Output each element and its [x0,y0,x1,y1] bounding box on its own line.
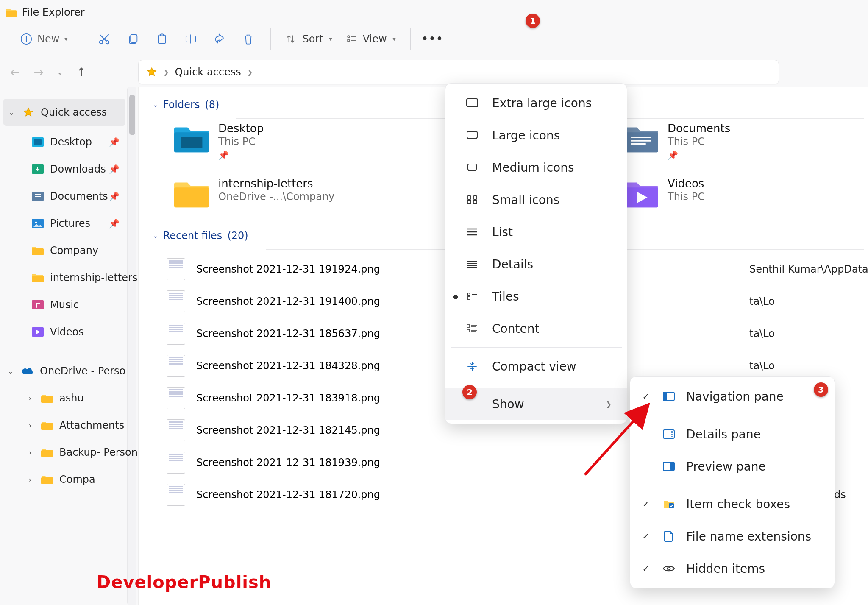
chevron-right-icon: ❯ [247,68,253,76]
menu-item-extra-large-icons[interactable]: Extra large icons [445,87,627,119]
chevron-right-icon[interactable]: › [25,476,35,484]
menu-item-list[interactable]: List [445,216,627,248]
new-button-label: New [37,33,59,45]
sidebar-item-internship-letters[interactable]: internship-letters [0,264,138,291]
tile-documents[interactable]: Documents This PC 📌 [623,122,810,160]
menu-item-details-pane[interactable]: Details pane [630,418,835,450]
sort-button[interactable]: Sort ▾ [279,29,338,49]
forward-button[interactable]: → [33,65,43,79]
view-medium-icon [465,164,479,171]
plus-circle-icon [20,33,32,45]
downloads-folder-icon [31,164,44,175]
tile-desktop[interactable]: Desktop This PC 📌 [174,122,361,160]
delete-button[interactable] [235,27,262,51]
sort-label: Sort [302,33,323,45]
sidebar-item-onedrive[interactable]: ⌄ OneDrive - Perso [0,357,138,385]
more-icon: ••• [422,33,444,45]
sidebar-item-pictures[interactable]: Pictures📌 [0,210,138,237]
chevron-right-icon[interactable]: › [25,394,35,402]
menu-item-medium-icons[interactable]: Medium icons [445,151,627,184]
new-button[interactable]: New ▾ [14,29,73,49]
more-button[interactable]: ••• [419,33,446,45]
folder-icon [41,393,53,404]
svg-point-39 [467,293,470,296]
menu-item-item-check-boxes[interactable]: ✓Item check boxes [630,488,835,520]
chevron-right-icon[interactable]: › [25,449,35,457]
menu-separator [635,485,829,485]
sidebar-item-compa[interactable]: ›Compa [0,466,138,493]
star-icon [22,107,35,118]
rename-icon [184,33,197,45]
sidebar-item-music[interactable]: Music [0,291,138,318]
svg-rect-37 [467,200,471,204]
menu-item-compact-view[interactable]: Compact view [445,350,627,382]
svg-point-15 [35,222,37,224]
group-count: (8) [205,99,219,111]
svg-rect-34 [468,170,476,171]
file-thumbnail-icon [167,419,185,441]
watermark-text: DeveloperPublish [97,572,271,592]
file-thumbnail-icon [167,323,185,345]
documents-folder-icon [31,191,44,202]
videos-folder-icon [623,177,658,209]
sidebar-item-videos[interactable]: Videos [0,318,138,346]
navigation-sidebar: ⌄ Quick access Desktop📌 Downloads📌 Docum… [0,87,138,605]
pin-icon: 📌 [109,137,120,147]
sidebar-item-attachments[interactable]: ›Attachments [0,412,138,439]
menu-label: Large icons [492,128,560,142]
chevron-down-icon: ▾ [393,36,396,42]
menu-item-tiles[interactable]: ●Tiles [445,280,627,312]
documents-folder-icon [623,122,658,153]
pin-icon: 📌 [109,164,120,174]
separator [410,28,411,50]
address-bar[interactable]: ❯ Quick access ❯ [138,60,779,84]
history-dropdown[interactable]: ⌄ [57,68,63,76]
sidebar-item-company[interactable]: Company [0,237,138,264]
sidebar-item-downloads[interactable]: Downloads📌 [0,156,138,183]
scissors-icon [98,33,111,45]
menu-item-file-name-extensions[interactable]: ✓File name extensions [630,520,835,552]
menu-label: Tiles [492,290,519,304]
sidebar-item-label: Compa [59,474,95,485]
svg-rect-33 [468,164,476,170]
command-bar: New ▾ Sort ▾ View ▾ ••• [0,21,868,57]
up-button[interactable]: ↑ [76,65,86,79]
tile-videos[interactable]: Videos This PC [623,177,810,209]
cut-button[interactable] [91,27,118,51]
menu-item-content[interactable]: Content [445,312,627,345]
back-button[interactable]: ← [10,65,20,79]
menu-item-hidden-items[interactable]: ✓Hidden items [630,552,835,585]
menu-item-large-icons[interactable]: Large icons [445,119,627,151]
svg-rect-42 [467,329,470,332]
menu-item-small-icons[interactable]: Small icons [445,184,627,216]
sidebar-item-quick-access[interactable]: ⌄ Quick access [3,99,125,126]
copy-button[interactable] [120,27,147,51]
breadcrumb-quick-access[interactable]: Quick access [175,66,241,78]
sidebar-item-ashu[interactable]: ›ashu [0,385,138,412]
file-thumbnail-icon [167,355,185,377]
share-button[interactable] [206,27,233,51]
menu-label: Medium icons [492,161,574,175]
menu-item-details[interactable]: Details [445,248,627,280]
sidebar-item-documents[interactable]: Documents📌 [0,183,138,210]
folder-icon [41,420,53,431]
copy-icon [127,33,139,45]
svg-rect-23 [41,477,53,484]
tile-internship-letters[interactable]: internship-letters OneDrive -...\Company [174,177,361,209]
svg-rect-9 [348,39,350,42]
tile-sub: OneDrive -...\Company [218,191,334,203]
svg-rect-48 [669,503,674,508]
clipboard-icon [156,33,168,45]
chevron-right-icon[interactable]: › [25,421,35,429]
rename-button[interactable] [177,27,204,51]
menu-item-navigation-pane[interactable]: ✓Navigation pane [630,380,835,413]
menu-item-preview-pane[interactable]: Preview pane [630,450,835,482]
paste-button[interactable] [148,27,175,51]
view-extra-large-icon [465,98,479,108]
sidebar-item-desktop[interactable]: Desktop📌 [0,128,138,156]
view-icon [346,33,357,45]
view-button[interactable]: View ▾ [340,29,402,49]
sidebar-item-backup-person[interactable]: ›Backup- Person [0,439,138,466]
file-thumbnail-icon [167,290,185,312]
tile-name: Documents [668,122,730,135]
